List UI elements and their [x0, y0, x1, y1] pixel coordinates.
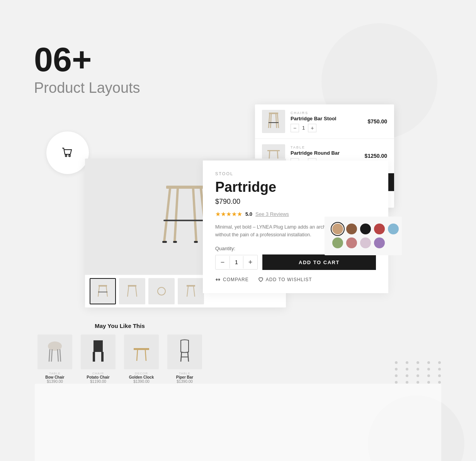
svg-rect-8	[267, 150, 280, 151]
may-like-name-1: Bow Chair	[45, 375, 64, 379]
cart-item-name-2: Partridge Round Bar	[291, 150, 359, 156]
dot	[406, 374, 408, 377]
add-to-cart-button[interactable]: ADD TO CART	[262, 254, 376, 270]
svg-line-23	[106, 287, 107, 297]
may-like-item[interactable]: TABLE Piper Bar $1390.00	[165, 335, 205, 384]
cart-qty-minus-1[interactable]: −	[291, 124, 299, 132]
svg-line-6	[276, 114, 277, 128]
may-like-cat-3: DECOR	[135, 372, 148, 375]
may-like-name-2: Potato Chair	[87, 375, 109, 379]
hero-subtitle: Product Layouts	[34, 80, 140, 96]
may-like-title: May You Like This	[35, 323, 205, 329]
swatch-rose[interactable]	[346, 237, 357, 248]
swatch-tan[interactable]	[332, 224, 343, 234]
may-like-price-3: $1390.00	[133, 379, 150, 384]
svg-point-0	[65, 155, 67, 157]
cart-qty-num-1: 1	[302, 125, 305, 131]
dot	[416, 381, 419, 384]
compare-link[interactable]: COMPARE	[215, 277, 249, 282]
may-like-price-4: $1390.00	[177, 379, 193, 384]
quantity-minus-button[interactable]: −	[216, 255, 230, 269]
product-price: $790.00	[215, 198, 376, 206]
table-icon	[132, 338, 151, 365]
dot	[438, 381, 441, 384]
svg-point-28	[158, 287, 165, 295]
wishlist-link[interactable]: ADD TO WISHLIST	[258, 277, 312, 282]
svg-line-34	[60, 349, 61, 362]
may-like-item[interactable]: DECOR Golden Clock $1390.00	[121, 335, 162, 384]
may-you-like-section: May You Like This TABLE Bow Chair $1390.…	[35, 323, 205, 384]
cart-item: CHAIRS Partridge Bar Stool − 1 + $750.00	[255, 104, 394, 139]
may-like-name-3: Golden Clock	[129, 375, 154, 379]
rating-reviews[interactable]: See 3 Reviews	[255, 211, 289, 217]
thumbnail-1[interactable]	[90, 278, 116, 304]
svg-rect-2	[269, 113, 278, 114]
bottom-decorative-panel	[35, 384, 441, 461]
svg-line-27	[136, 287, 137, 297]
product-category: STOOL	[215, 171, 376, 176]
thumbnail-4[interactable]	[178, 278, 204, 304]
may-like-image-4	[167, 335, 202, 369]
thumbnail-2[interactable]	[119, 278, 145, 304]
wishlist-icon	[258, 277, 264, 282]
swatch-brown[interactable]	[346, 224, 357, 234]
piper-bar-icon	[177, 338, 192, 365]
hero-number: 06+	[34, 43, 140, 77]
cart-qty-row-1: − 1 +	[291, 124, 362, 132]
product-actions: COMPARE ADD TO WISHLIST	[215, 277, 376, 282]
color-swatches-panel	[325, 217, 402, 255]
dot	[406, 368, 408, 371]
may-like-item[interactable]: CHAIR Potato Chair $1190.00	[78, 335, 118, 384]
dot	[395, 381, 398, 384]
dot	[427, 361, 430, 364]
dot	[406, 361, 408, 364]
may-like-cat-4: TABLE	[179, 372, 190, 375]
quantity-plus-button[interactable]: +	[243, 255, 257, 269]
svg-rect-40	[134, 348, 149, 350]
swatch-green[interactable]	[332, 237, 343, 248]
svg-line-31	[194, 287, 195, 297]
svg-line-13	[175, 189, 178, 242]
svg-rect-19	[194, 241, 198, 243]
svg-rect-29	[187, 285, 195, 287]
thumb-icon-2	[126, 283, 138, 299]
svg-rect-38	[93, 352, 95, 362]
swatch-black[interactable]	[360, 224, 371, 234]
hero-section: 06+ Product Layouts	[34, 43, 140, 96]
may-like-image-1	[37, 335, 72, 369]
svg-line-5	[270, 114, 271, 128]
may-like-price-2: $1190.00	[90, 379, 106, 384]
dot	[395, 361, 398, 364]
swatch-blue[interactable]	[388, 224, 399, 234]
svg-line-42	[145, 350, 146, 361]
cart-item-details-1: CHAIRS Partridge Bar Stool − 1 +	[291, 111, 362, 132]
swatch-purple[interactable]	[374, 237, 385, 248]
star-rating: ★★★★★	[215, 210, 242, 218]
svg-line-41	[137, 350, 138, 361]
dot	[438, 368, 441, 371]
cart-qty-plus-1[interactable]: +	[308, 124, 316, 132]
cart-item-price-1: $750.00	[367, 118, 387, 125]
svg-line-4	[277, 114, 279, 128]
swatch-red[interactable]	[374, 224, 385, 234]
may-like-item[interactable]: TABLE Bow Chair $1390.00	[35, 335, 75, 384]
svg-line-14	[193, 189, 196, 242]
cart-item-category-2: TABLE	[291, 145, 359, 149]
swatch-lavender-light[interactable]	[360, 237, 371, 248]
may-like-cat-1: TABLE	[49, 372, 61, 375]
may-like-price-1: $1390.00	[47, 379, 63, 384]
dot	[427, 374, 430, 377]
dot	[406, 381, 408, 384]
thumbnail-3[interactable]	[148, 278, 175, 304]
dot	[416, 368, 419, 371]
may-like-grid: TABLE Bow Chair $1390.00 CHAIR Potato Ch…	[35, 335, 205, 384]
dot	[438, 361, 441, 364]
svg-line-22	[98, 287, 99, 297]
may-like-image-2	[81, 335, 116, 369]
dot	[395, 374, 398, 377]
cart-item-category-1: CHAIRS	[291, 111, 362, 115]
cart-icon-circle[interactable]	[46, 131, 89, 174]
cart-item-image-1	[262, 110, 285, 133]
svg-line-26	[128, 287, 129, 297]
svg-rect-11	[166, 186, 205, 189]
